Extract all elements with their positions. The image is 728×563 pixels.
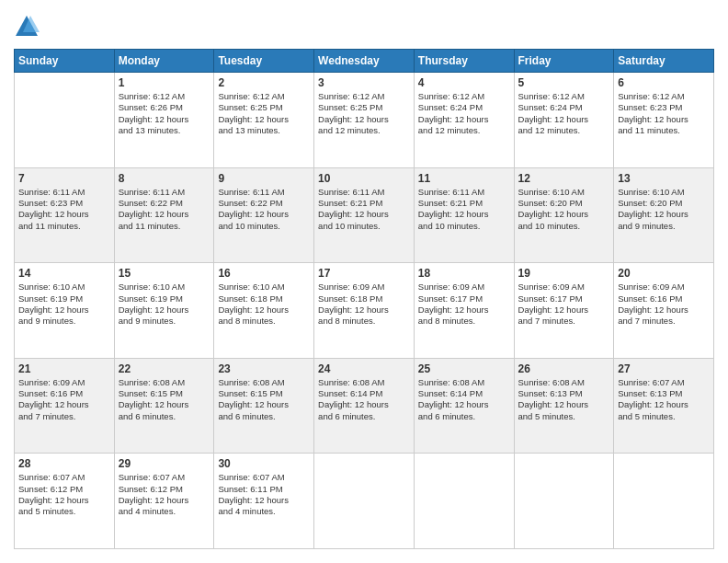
day-number: 28 [18, 457, 110, 470]
day-number: 24 [318, 362, 410, 375]
cell-text: Sunrise: 6:08 AMSunset: 6:15 PMDaylight:… [218, 377, 310, 422]
weekday-header-row: SundayMondayTuesdayWednesdayThursdayFrid… [15, 50, 714, 73]
logo [14, 14, 43, 40]
day-number: 18 [418, 267, 510, 280]
cell-text: Sunrise: 6:09 AMSunset: 6:16 PMDaylight:… [618, 282, 710, 327]
cell-text: Sunrise: 6:12 AMSunset: 6:24 PMDaylight:… [418, 91, 510, 136]
day-number: 19 [518, 267, 610, 280]
cell-text: Sunrise: 6:07 AMSunset: 6:12 PMDaylight:… [18, 472, 110, 517]
calendar-cell: 4Sunrise: 6:12 AMSunset: 6:24 PMDaylight… [414, 73, 514, 168]
day-number: 23 [218, 362, 310, 375]
calendar-cell: 22Sunrise: 6:08 AMSunset: 6:15 PMDayligh… [114, 358, 214, 454]
day-number: 27 [618, 362, 710, 375]
day-number: 29 [119, 457, 210, 470]
weekday-header: Sunday [15, 50, 115, 73]
cell-text: Sunrise: 6:10 AMSunset: 6:19 PMDaylight:… [119, 282, 210, 327]
day-number: 26 [518, 362, 610, 375]
cell-text: Sunrise: 6:12 AMSunset: 6:23 PMDaylight:… [618, 91, 710, 136]
day-number: 22 [119, 362, 210, 375]
weekday-header: Monday [114, 50, 214, 73]
cell-text: Sunrise: 6:07 AMSunset: 6:13 PMDaylight:… [618, 377, 710, 422]
cell-text: Sunrise: 6:08 AMSunset: 6:14 PMDaylight:… [418, 377, 510, 422]
cell-text: Sunrise: 6:08 AMSunset: 6:15 PMDaylight:… [119, 377, 210, 422]
day-number: 16 [218, 267, 310, 280]
calendar-cell: 20Sunrise: 6:09 AMSunset: 6:16 PMDayligh… [614, 263, 714, 359]
calendar-cell: 3Sunrise: 6:12 AMSunset: 6:25 PMDaylight… [314, 73, 415, 168]
calendar-cell: 7Sunrise: 6:11 AMSunset: 6:23 PMDaylight… [15, 167, 115, 263]
cell-text: Sunrise: 6:11 AMSunset: 6:21 PMDaylight:… [418, 187, 510, 232]
cell-text: Sunrise: 6:10 AMSunset: 6:20 PMDaylight:… [618, 187, 710, 232]
calendar-cell [314, 454, 415, 549]
day-number: 9 [218, 172, 310, 185]
cell-text: Sunrise: 6:08 AMSunset: 6:13 PMDaylight:… [518, 377, 610, 422]
calendar-cell: 14Sunrise: 6:10 AMSunset: 6:19 PMDayligh… [15, 263, 115, 359]
calendar-cell: 15Sunrise: 6:10 AMSunset: 6:19 PMDayligh… [114, 263, 214, 359]
day-number: 10 [318, 172, 410, 185]
cell-text: Sunrise: 6:10 AMSunset: 6:20 PMDaylight:… [518, 187, 610, 232]
calendar-cell: 18Sunrise: 6:09 AMSunset: 6:17 PMDayligh… [414, 263, 514, 359]
calendar-week-row: 28Sunrise: 6:07 AMSunset: 6:12 PMDayligh… [15, 454, 714, 549]
calendar-cell: 29Sunrise: 6:07 AMSunset: 6:12 PMDayligh… [114, 454, 214, 549]
calendar-cell: 16Sunrise: 6:10 AMSunset: 6:18 PMDayligh… [214, 263, 314, 359]
cell-text: Sunrise: 6:11 AMSunset: 6:22 PMDaylight:… [218, 187, 310, 232]
calendar-cell: 23Sunrise: 6:08 AMSunset: 6:15 PMDayligh… [214, 358, 314, 454]
weekday-header: Wednesday [314, 50, 415, 73]
calendar-cell: 12Sunrise: 6:10 AMSunset: 6:20 PMDayligh… [514, 167, 614, 263]
cell-text: Sunrise: 6:09 AMSunset: 6:18 PMDaylight:… [318, 282, 410, 327]
cell-text: Sunrise: 6:11 AMSunset: 6:21 PMDaylight:… [318, 187, 410, 232]
cell-text: Sunrise: 6:07 AMSunset: 6:11 PMDaylight:… [218, 472, 310, 517]
day-number: 3 [318, 76, 410, 89]
day-number: 20 [618, 267, 710, 280]
cell-text: Sunrise: 6:12 AMSunset: 6:26 PMDaylight:… [119, 91, 210, 136]
day-number: 21 [18, 362, 110, 375]
day-number: 30 [218, 457, 310, 470]
day-number: 11 [418, 172, 510, 185]
day-number: 1 [119, 76, 210, 89]
cell-text: Sunrise: 6:12 AMSunset: 6:24 PMDaylight:… [518, 91, 610, 136]
cell-text: Sunrise: 6:11 AMSunset: 6:22 PMDaylight:… [119, 187, 210, 232]
calendar-cell: 17Sunrise: 6:09 AMSunset: 6:18 PMDayligh… [314, 263, 415, 359]
calendar-cell: 10Sunrise: 6:11 AMSunset: 6:21 PMDayligh… [314, 167, 415, 263]
cell-text: Sunrise: 6:11 AMSunset: 6:23 PMDaylight:… [18, 187, 110, 232]
cell-text: Sunrise: 6:12 AMSunset: 6:25 PMDaylight:… [318, 91, 410, 136]
cell-text: Sunrise: 6:07 AMSunset: 6:12 PMDaylight:… [119, 472, 210, 517]
header [14, 14, 714, 40]
calendar-cell: 26Sunrise: 6:08 AMSunset: 6:13 PMDayligh… [514, 358, 614, 454]
calendar-cell: 27Sunrise: 6:07 AMSunset: 6:13 PMDayligh… [614, 358, 714, 454]
calendar-week-row: 7Sunrise: 6:11 AMSunset: 6:23 PMDaylight… [15, 167, 714, 263]
calendar-cell: 6Sunrise: 6:12 AMSunset: 6:23 PMDaylight… [614, 73, 714, 168]
day-number: 15 [119, 267, 210, 280]
weekday-header: Thursday [414, 50, 514, 73]
day-number: 5 [518, 76, 610, 89]
calendar-cell: 5Sunrise: 6:12 AMSunset: 6:24 PMDaylight… [514, 73, 614, 168]
calendar-cell: 21Sunrise: 6:09 AMSunset: 6:16 PMDayligh… [15, 358, 115, 454]
calendar-week-row: 21Sunrise: 6:09 AMSunset: 6:16 PMDayligh… [15, 358, 714, 454]
day-number: 17 [318, 267, 410, 280]
day-number: 14 [18, 267, 110, 280]
weekday-header: Tuesday [214, 50, 314, 73]
weekday-header: Friday [514, 50, 614, 73]
day-number: 12 [518, 172, 610, 185]
cell-text: Sunrise: 6:10 AMSunset: 6:18 PMDaylight:… [218, 282, 310, 327]
calendar-cell: 19Sunrise: 6:09 AMSunset: 6:17 PMDayligh… [514, 263, 614, 359]
calendar-week-row: 1Sunrise: 6:12 AMSunset: 6:26 PMDaylight… [15, 73, 714, 168]
calendar-cell: 11Sunrise: 6:11 AMSunset: 6:21 PMDayligh… [414, 167, 514, 263]
page: SundayMondayTuesdayWednesdayThursdayFrid… [0, 0, 728, 563]
calendar-cell: 30Sunrise: 6:07 AMSunset: 6:11 PMDayligh… [214, 454, 314, 549]
calendar-table: SundayMondayTuesdayWednesdayThursdayFrid… [14, 49, 714, 549]
calendar-cell: 24Sunrise: 6:08 AMSunset: 6:14 PMDayligh… [314, 358, 415, 454]
day-number: 7 [18, 172, 110, 185]
cell-text: Sunrise: 6:09 AMSunset: 6:17 PMDaylight:… [418, 282, 510, 327]
calendar-cell [514, 454, 614, 549]
day-number: 13 [618, 172, 710, 185]
calendar-cell [614, 454, 714, 549]
day-number: 6 [618, 76, 710, 89]
cell-text: Sunrise: 6:09 AMSunset: 6:16 PMDaylight:… [18, 377, 110, 422]
cell-text: Sunrise: 6:08 AMSunset: 6:14 PMDaylight:… [318, 377, 410, 422]
day-number: 4 [418, 76, 510, 89]
calendar-cell: 8Sunrise: 6:11 AMSunset: 6:22 PMDaylight… [114, 167, 214, 263]
cell-text: Sunrise: 6:10 AMSunset: 6:19 PMDaylight:… [18, 282, 110, 327]
calendar-cell [15, 73, 115, 168]
calendar-cell [414, 454, 514, 549]
day-number: 2 [218, 76, 310, 89]
